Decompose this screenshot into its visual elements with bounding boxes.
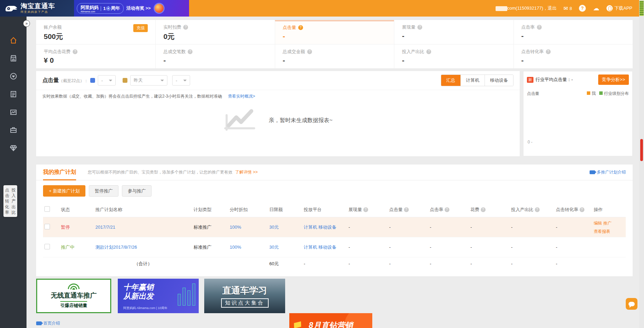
realtime-overview-link[interactable]: 查看实时概况> — [228, 94, 255, 99]
sidebar-item-favorites[interactable] — [10, 72, 17, 80]
learn-more-link[interactable]: 了解详情 >> — [235, 169, 258, 175]
discount-link[interactable]: 100% — [230, 245, 241, 250]
sidebar-item-creatives[interactable] — [10, 108, 17, 116]
sidebar-expand-button[interactable]: » — [23, 20, 30, 27]
video-icon — [590, 170, 595, 174]
col-impressions: 展现量 ? — [347, 202, 388, 217]
banner-august-handbook[interactable]: 8月直钻营销 必备手册 — [289, 313, 372, 328]
activity-link[interactable]: 活动有奖 >> — [126, 5, 151, 11]
sidebar-item-home[interactable] — [10, 37, 17, 44]
edit-link[interactable]: 编辑 — [594, 221, 602, 226]
customer-service-button[interactable] — [626, 298, 637, 310]
tab-my-campaigns[interactable]: 我的推广计划 — [43, 165, 76, 180]
train-icon — [5, 4, 18, 13]
stat-balance: 账户余额 500元 充值 — [36, 20, 155, 44]
my-campaigns-panel: 我的推广计划 您可以根据不同的推广目的、宝贝类型，添加多个推广计划，让您的推广更… — [36, 165, 633, 276]
help-icon[interactable]: ? — [307, 49, 312, 54]
scrollbar-thumb[interactable] — [640, 139, 643, 161]
page-scrollbar[interactable] — [639, 0, 644, 328]
row-checkbox[interactable] — [44, 224, 50, 229]
top-header: 淘宝直通车 阿里妈妈旗下产品 阿里妈妈 Alimama.com | 1 周年 活… — [0, 0, 644, 17]
select-all-checkbox[interactable] — [44, 206, 50, 212]
campaign-name-link[interactable]: 测款计划2017/8/7/26 — [95, 245, 137, 250]
industry-average-panel: 新 行业平均点击量：- 竞争分析>> 点击量 我 行业级别分布 0 - — [523, 71, 633, 156]
buildings-decoration — [178, 284, 195, 306]
anniversary-label: 1 周年 — [103, 5, 120, 11]
help-icon[interactable]: ? — [417, 25, 422, 30]
tab-computer[interactable]: 计算机 — [460, 75, 485, 86]
multi-campaign-intro-link[interactable]: 多推广计划介绍 — [590, 169, 626, 175]
metric-float-widget[interactable]: 点击转化率 投入产出比 — [3, 185, 17, 217]
help-button[interactable]: ? — [579, 5, 586, 12]
platform-mobile-link[interactable]: 移动设备 — [319, 225, 336, 230]
col-platform: 投放平台 — [302, 202, 347, 217]
cell-cost: - — [469, 237, 510, 257]
help-icon[interactable]: ? — [73, 49, 77, 54]
platform-computer-link[interactable]: 计算机 — [304, 225, 317, 230]
cloud-service-button[interactable]: ☁ — [593, 5, 600, 12]
sidebar-item-tools[interactable] — [10, 126, 17, 134]
tab-mobile[interactable]: 移动设备 — [485, 75, 513, 86]
tab-summary[interactable]: 汇总 — [441, 75, 460, 86]
banner-title: 直通车学习 — [222, 285, 267, 297]
series-select-b[interactable]: - — [172, 75, 190, 86]
help-icon[interactable]: ? — [546, 49, 551, 54]
download-app-button[interactable]: 下载APP — [606, 5, 632, 11]
pause-campaign-button[interactable]: 暂停推广 — [89, 185, 118, 197]
promote-link[interactable]: 推广 — [603, 221, 612, 226]
cell-ctr: - — [428, 217, 469, 237]
mail-count: 8 — [570, 6, 572, 11]
competition-analysis-button[interactable]: 竞争分析>> — [598, 74, 629, 85]
daily-limit-link[interactable]: 30元 — [269, 225, 279, 230]
anniversary-banner[interactable]: 阿里妈妈 Alimama.com | 1 周年 活动有奖 >> — [74, 0, 189, 17]
help-icon[interactable]: ? — [404, 207, 409, 212]
legend-me: 我 — [587, 91, 596, 97]
banner-subtitle: 引爆店铺销量 — [60, 301, 87, 309]
cell-cvr: - — [554, 217, 592, 237]
view-report-link[interactable]: 查看报表 — [594, 229, 610, 234]
banner-learning[interactable]: 直通车学习 知识点大集合 — [204, 279, 285, 313]
stat-cvr: 点击转化率? - — [513, 44, 633, 68]
sidebar-item-vip[interactable] — [10, 144, 17, 152]
help-icon[interactable]: ? — [363, 207, 368, 212]
mail-button[interactable]: ✉ 8 — [563, 5, 572, 12]
banner-anniversary[interactable]: 十年赢销 从新出发 阿里妈妈 Alimama.com | 10周年 — [118, 279, 199, 313]
gem-icon — [294, 321, 301, 328]
sidebar-item-reports[interactable] — [10, 90, 17, 98]
logo[interactable]: 淘宝直通车 阿里妈妈旗下产品 — [0, 0, 74, 17]
help-icon[interactable]: ? — [183, 25, 188, 30]
chart-empty-state: 亲，暂时未生成数据报表~ — [36, 108, 520, 132]
join-campaign-button[interactable]: 参与推广 — [122, 185, 152, 197]
help-icon[interactable]: ? — [535, 207, 540, 212]
campaign-name-link[interactable]: 2017/7/21 — [95, 225, 115, 230]
stat-clicks[interactable]: 点击量? - — [275, 20, 394, 44]
discount-link[interactable]: 100% — [230, 225, 241, 230]
help-icon[interactable]: ? — [298, 25, 303, 30]
col-name: 推广计划名称 — [94, 202, 192, 217]
logout-link[interactable]: 退出 — [548, 6, 557, 11]
platform-computer-link[interactable]: 计算机 — [304, 245, 317, 250]
new-campaign-button[interactable]: + 新建推广计划 — [43, 185, 85, 197]
table-row: 暂停 2017/7/21 标准推广 100% 30元 计算机 移动设备 - - … — [43, 217, 626, 237]
help-icon[interactable]: ? — [426, 49, 431, 54]
help-icon[interactable]: ? — [481, 207, 486, 212]
chat-bubble-icon — [629, 302, 635, 306]
platform-mobile-link[interactable]: 移动设备 — [319, 245, 336, 250]
help-icon[interactable]: ? — [445, 207, 449, 212]
row-checkbox[interactable] — [44, 244, 50, 249]
series-select-a[interactable]: - — [98, 75, 116, 86]
cell-clicks: - — [388, 217, 428, 237]
banner-wireless-promo[interactable]: 无线直通车推广 引爆店铺销量 — [36, 279, 111, 313]
homepage-intro-link[interactable]: 首页介绍 — [36, 320, 60, 326]
daily-limit-link[interactable]: 30元 — [269, 245, 279, 250]
recharge-button[interactable]: 充值 — [133, 24, 148, 32]
line-chart-icon — [223, 108, 256, 132]
help-icon[interactable]: ? — [188, 49, 193, 54]
sidebar-item-shop[interactable] — [10, 54, 17, 62]
campaigns-hint: 您可以根据不同的推广目的、宝贝类型，添加多个推广计划，让您的推广更有效 — [88, 169, 232, 175]
help-icon[interactable]: ? — [580, 207, 584, 212]
help-icon[interactable]: ? — [537, 25, 542, 30]
campaign-type: 标准推广 — [192, 217, 228, 237]
date-select[interactable]: 昨天 — [130, 75, 167, 86]
prize-icon — [154, 3, 165, 14]
